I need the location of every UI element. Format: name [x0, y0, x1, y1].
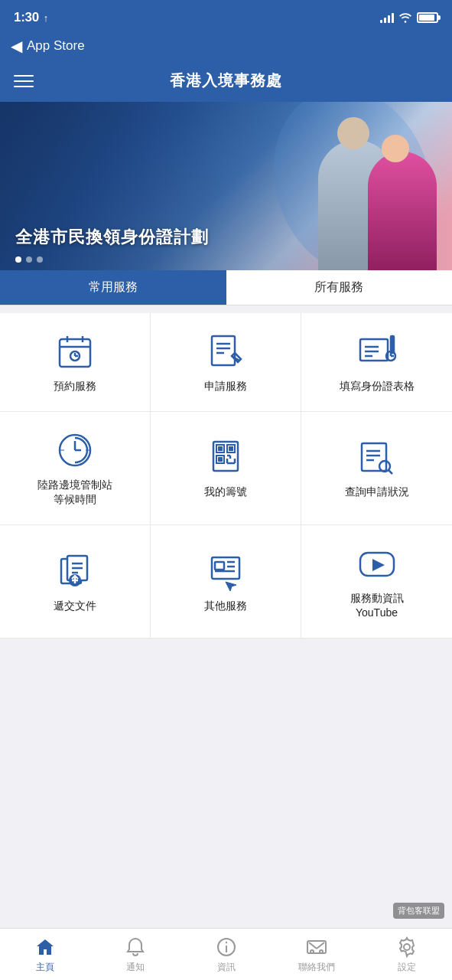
svg-rect-51 [215, 562, 224, 570]
svg-rect-12 [391, 336, 394, 353]
watermark: 背包客联盟 [393, 903, 444, 919]
query-status-icon [357, 437, 397, 477]
dot-3 [37, 256, 43, 263]
appstore-bar[interactable]: ◀ App Store [0, 34, 452, 61]
svg-line-61 [317, 942, 324, 949]
youtube-icon [357, 544, 397, 583]
application-icon [206, 332, 246, 371]
back-arrow-icon: ◀ [11, 37, 22, 55]
application-label: 申請服務 [204, 379, 247, 394]
hamburger-line-1 [14, 75, 34, 77]
youtube-label: 服務動資訊YouTube [350, 591, 404, 621]
contact-icon [306, 936, 327, 958]
appointment-label: 預約服務 [54, 379, 96, 394]
hamburger-line-2 [14, 80, 34, 82]
svg-point-59 [225, 942, 226, 943]
status-time: 1:30 [14, 10, 39, 25]
hero-text: 全港市民換領身份證計劃 [15, 226, 209, 249]
appointment-icon [55, 332, 95, 371]
border-wait-icon [55, 430, 95, 470]
svg-rect-50 [212, 557, 239, 579]
settings-icon [396, 936, 418, 958]
nav-item-home[interactable]: 主頁 [0, 929, 90, 980]
nav-item-notification[interactable]: 通知 [90, 929, 180, 980]
border-wait-label: 陸路邊境管制站等候時間 [37, 478, 112, 508]
svg-rect-36 [362, 443, 386, 471]
svg-point-62 [311, 950, 314, 953]
svg-line-41 [389, 470, 392, 474]
location-arrow-icon: ↑ [44, 12, 49, 24]
nav-header: 香港入境事務處 [0, 61, 452, 102]
hamburger-menu[interactable] [14, 75, 34, 87]
bottom-nav: 主頁 通知 資訊 聯絡我們 設定 [0, 928, 452, 980]
dot-2 [26, 256, 32, 263]
my-queue-label: 我的籌號 [204, 485, 247, 500]
info-icon [216, 936, 237, 958]
other-services-label: 其他服務 [204, 599, 247, 614]
service-grid: 預約服務 申請服務 [0, 313, 452, 639]
nav-label-info: 資訊 [217, 961, 236, 974]
svg-rect-11 [360, 339, 388, 361]
service-item-border-wait[interactable]: 陸路邊境管制站等候時間 [0, 412, 151, 525]
svg-line-60 [309, 942, 317, 949]
battery-icon [417, 12, 438, 23]
svg-marker-56 [372, 559, 385, 571]
hero-banner: 全港市民換領身份證計劃 [0, 102, 452, 270]
hero-figure-side [368, 129, 444, 270]
service-item-id-form[interactable]: 填寫身份證表格 [301, 313, 452, 412]
query-status-label: 查詢申請狀況 [345, 485, 409, 500]
nav-label-settings: 設定 [398, 961, 416, 974]
dot-1 [15, 256, 21, 263]
home-icon [34, 936, 56, 958]
submit-doc-icon [55, 551, 95, 591]
app-title: 香港入境事務處 [170, 70, 282, 91]
svg-rect-7 [212, 336, 235, 365]
other-services-icon [206, 551, 246, 591]
tab-all[interactable]: 所有服務 [226, 270, 453, 305]
hamburger-line-3 [14, 86, 34, 87]
nav-label-home: 主頁 [36, 961, 54, 974]
nav-item-info[interactable]: 資訊 [180, 929, 271, 980]
signal-icon [380, 12, 394, 23]
service-item-other[interactable]: 其他服務 [151, 525, 301, 639]
nav-label-contact: 聯絡我們 [298, 961, 335, 974]
svg-rect-30 [218, 457, 223, 462]
submit-doc-label: 遞交文件 [54, 599, 96, 614]
service-item-appointment[interactable]: 預約服務 [0, 313, 151, 412]
service-item-my-queue[interactable]: 我的籌號 [151, 412, 301, 525]
id-form-label: 填寫身份證表格 [340, 379, 415, 394]
svg-point-63 [320, 950, 323, 953]
service-item-application[interactable]: 申請服務 [151, 313, 301, 412]
nav-label-notification: 通知 [126, 961, 145, 974]
service-item-query-status[interactable]: 查詢申請狀況 [301, 412, 452, 525]
nav-item-settings[interactable]: 設定 [362, 929, 452, 980]
tab-common[interactable]: 常用服務 [0, 270, 226, 305]
nav-item-contact[interactable]: 聯絡我們 [272, 929, 362, 980]
appstore-label: App Store [27, 38, 85, 54]
svg-point-64 [404, 944, 410, 950]
svg-rect-28 [229, 446, 233, 451]
status-bar: 1:30 ↑ [0, 0, 452, 34]
service-item-youtube[interactable]: 服務動資訊YouTube [301, 525, 452, 639]
tab-bar: 常用服務 所有服務 [0, 270, 452, 305]
notification-icon [125, 936, 146, 958]
svg-rect-26 [218, 446, 223, 451]
id-form-icon [357, 332, 397, 371]
my-queue-icon [206, 437, 246, 477]
status-icons [380, 12, 438, 23]
service-item-submit-doc[interactable]: 遞交文件 [0, 525, 151, 639]
hero-dots [15, 256, 43, 263]
wifi-icon [398, 12, 412, 23]
